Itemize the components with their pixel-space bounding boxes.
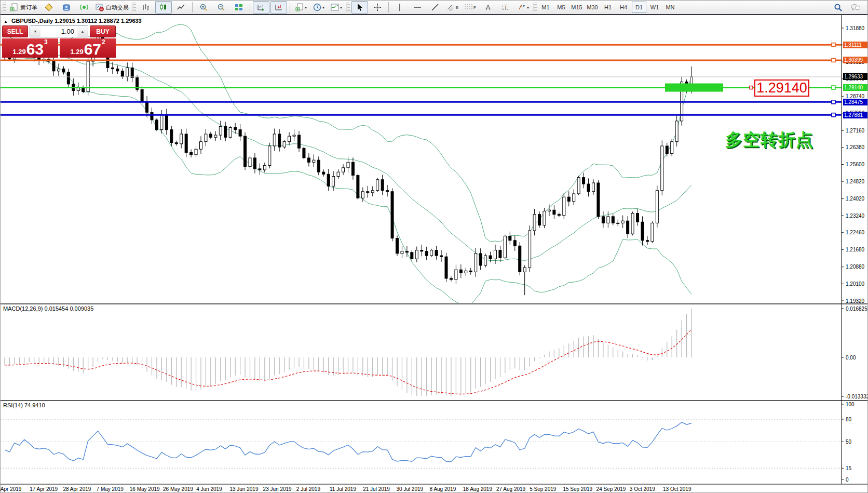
candle xyxy=(450,278,452,279)
chat-button[interactable] xyxy=(847,1,864,14)
candle xyxy=(303,148,305,158)
candle xyxy=(627,221,629,234)
text-label-tool-button[interactable]: T xyxy=(497,1,514,14)
toolbar-grip[interactable] xyxy=(132,3,136,12)
timeframe-button-m15[interactable]: M15 xyxy=(569,2,584,13)
toolbar-grip[interactable] xyxy=(346,3,350,12)
vertical-line-tool-button[interactable] xyxy=(391,1,408,14)
date-axis-label: 13 Jun 2019 xyxy=(229,486,258,492)
candle xyxy=(612,217,614,223)
candle xyxy=(445,257,447,278)
date-axis-label: 3 Oct 2019 xyxy=(630,486,655,492)
buy-button[interactable]: BUY xyxy=(90,25,116,37)
zoom-in-button[interactable] xyxy=(195,1,212,14)
periods-button[interactable]: ▾ xyxy=(310,1,327,14)
candle xyxy=(160,114,163,129)
cursor-tool-button[interactable] xyxy=(351,1,368,14)
timeframe-button-w1[interactable]: W1 xyxy=(647,2,662,13)
rsi-label: RSI(14) 74.9410 xyxy=(3,402,45,408)
candle xyxy=(234,127,237,129)
symbol-search-button[interactable] xyxy=(830,1,846,14)
candle xyxy=(155,120,158,130)
new-chart-button[interactable]: ▾ xyxy=(293,1,309,14)
candle xyxy=(131,68,133,77)
arrows-tool-button[interactable]: ▾ xyxy=(515,1,532,14)
new-order-button[interactable]: 新订单 xyxy=(8,1,39,14)
text-tool-button[interactable]: A xyxy=(480,1,496,14)
volume-stepper: ▼ 1.00 ▲ xyxy=(30,25,88,37)
buy-price-display[interactable]: 1.29 67 2 xyxy=(60,38,116,58)
date-axis-label: 17 Apr 2019 xyxy=(30,486,58,492)
dropdown-caret-icon: ▾ xyxy=(322,5,324,10)
trendline-tool-button[interactable] xyxy=(427,1,443,14)
favorites-button[interactable] xyxy=(40,1,57,14)
volume-increase-button[interactable]: ▲ xyxy=(77,26,88,37)
channel-tool-button[interactable]: E xyxy=(444,1,461,14)
profiles-button[interactable] xyxy=(58,1,75,14)
candle xyxy=(543,211,546,225)
candle xyxy=(607,217,609,223)
date-axis-label: 13 Oct 2019 xyxy=(663,486,691,492)
cursor-icon xyxy=(356,3,364,11)
zoom-out-button[interactable] xyxy=(213,1,229,14)
volume-input[interactable]: 1.00 xyxy=(40,26,77,37)
chart-title: ▲ GBPUSD-,Daily 1.29015 1.30112 1.28872 … xyxy=(4,18,142,24)
candle xyxy=(548,210,550,211)
toolbar-grip[interactable] xyxy=(533,3,537,12)
candle xyxy=(195,149,197,154)
timeframe-button-m30[interactable]: M30 xyxy=(585,2,600,13)
timeframe-button-m5[interactable]: M5 xyxy=(554,2,568,13)
turning-point-annotation[interactable]: 多空转折点 xyxy=(725,128,813,152)
fibonacci-tool-button[interactable]: F xyxy=(462,1,479,14)
collapse-triangle-icon[interactable]: ▲ xyxy=(4,19,8,24)
candle xyxy=(283,142,286,147)
candle xyxy=(263,166,266,170)
crosshair-tool-button[interactable] xyxy=(369,1,386,14)
candle xyxy=(435,250,438,256)
candle xyxy=(342,168,345,172)
timeframe-button-d1[interactable]: D1 xyxy=(632,2,646,13)
toolbar-right xyxy=(829,1,868,14)
auto-scroll-button[interactable] xyxy=(253,1,269,14)
dropdown-caret-icon: ▾ xyxy=(340,5,342,10)
line-chart-button[interactable] xyxy=(173,1,189,14)
tile-windows-button[interactable] xyxy=(230,1,247,14)
candle xyxy=(52,61,55,71)
chart-symbol-period: GBPUSD-,Daily xyxy=(11,18,53,24)
price-annotation-box[interactable]: 1.29140 xyxy=(754,79,809,97)
sell-price-display[interactable]: 1.29 63 3 xyxy=(2,38,58,58)
timeframe-button-h4[interactable]: H4 xyxy=(616,2,631,13)
rsi-axis-tick: 15 xyxy=(846,465,852,471)
candle xyxy=(121,71,124,76)
timeframe-button-m1[interactable]: M1 xyxy=(538,2,553,13)
candle xyxy=(317,160,320,172)
date-axis-label: 21 Jul 2019 xyxy=(363,486,390,492)
candle xyxy=(563,197,565,216)
candle xyxy=(116,69,119,71)
price-axis-tick: 1.20880 xyxy=(846,264,865,270)
sell-price-prefix: 1.29 xyxy=(12,48,25,56)
candlestick-chart-button[interactable] xyxy=(155,1,172,14)
candle xyxy=(587,184,590,192)
candle xyxy=(656,191,658,223)
candle xyxy=(371,191,374,193)
candle xyxy=(617,223,619,223)
signals-button[interactable] xyxy=(76,1,92,14)
svg-text:T: T xyxy=(504,5,507,10)
chart-shift-button[interactable] xyxy=(270,1,287,14)
chart-area[interactable]: 1.318801.311001.303201.295401.287401.279… xyxy=(1,15,868,493)
auto-trading-button[interactable]: 自动交易 xyxy=(93,1,131,14)
fibonacci-tool-letter: F xyxy=(473,5,476,10)
timeframe-button-h1[interactable]: H1 xyxy=(601,2,615,13)
candle xyxy=(469,271,472,272)
highlight-rectangle[interactable] xyxy=(665,84,723,92)
horizontal-line-tool-button[interactable] xyxy=(409,1,426,14)
candle xyxy=(489,256,492,259)
volume-decrease-button[interactable]: ▼ xyxy=(30,26,40,37)
sell-button[interactable]: SELL xyxy=(2,25,28,37)
timeframe-button-mn[interactable]: MN xyxy=(663,2,677,13)
candle xyxy=(273,134,276,146)
bar-chart-button[interactable] xyxy=(138,1,154,14)
toolbar-grip[interactable] xyxy=(3,3,6,12)
templates-button[interactable]: ▾ xyxy=(328,1,345,14)
